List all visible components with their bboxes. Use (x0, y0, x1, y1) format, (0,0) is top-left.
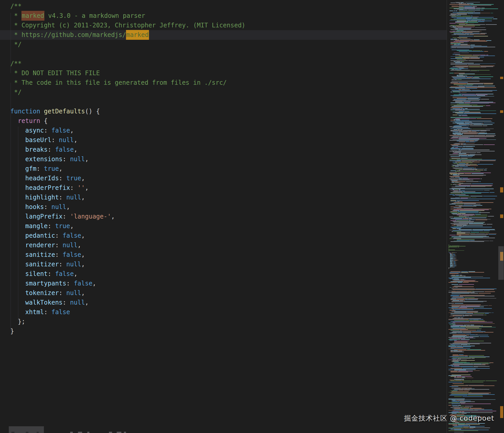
minimap-code-row (450, 172, 457, 173)
code-token: return (18, 117, 40, 125)
minimap-code-row (454, 144, 466, 144)
minimap-code-row (452, 45, 482, 46)
code-token: : (44, 308, 51, 316)
minimap-code-row (451, 70, 490, 71)
minimap-code-row (454, 19, 498, 19)
code-line[interactable]: async: false, (0, 126, 447, 135)
code-line[interactable]: * DO NOT EDIT THIS FILE (0, 68, 447, 78)
code-token: highlight (25, 194, 59, 201)
minimap-code-row (451, 326, 483, 326)
code-line[interactable] (0, 49, 447, 59)
minimap-code-row (453, 100, 480, 101)
minimap-code-row (448, 261, 456, 261)
code-line[interactable]: return { (0, 116, 447, 126)
code-line[interactable]: }; (0, 317, 447, 327)
code-line[interactable]: breaks: false, (0, 145, 447, 154)
minimap-code-row (457, 164, 494, 165)
scrollbar-slider[interactable] (498, 246, 504, 280)
minimap-code-row (459, 24, 475, 24)
minimap-code-row (448, 264, 456, 264)
minimap-code-row (452, 107, 481, 107)
code-line[interactable]: } (0, 327, 447, 336)
minimap-code-row (451, 14, 467, 15)
minimap-code-row (450, 272, 485, 273)
minimap-code-row (459, 170, 487, 170)
code-line[interactable]: renderer: null, (0, 241, 447, 250)
code-line[interactable]: extensions: null, (0, 154, 447, 164)
minimap-code-row (452, 297, 475, 298)
code-line[interactable]: * marked v4.3.0 - a markdown parser (0, 11, 447, 21)
code-line[interactable]: gfm: true, (0, 164, 447, 174)
search-result-ruler-marker (500, 406, 503, 418)
minimap-code-row (459, 89, 470, 90)
search-result-ruler-marker (500, 110, 503, 113)
minimap-code-row (451, 381, 497, 381)
minimap-code-row (454, 379, 464, 380)
minimap-code-row (450, 338, 466, 339)
code-line[interactable] (0, 97, 447, 107)
code-line[interactable]: baseUrl: null, (0, 135, 447, 145)
code-line[interactable]: hooks: null, (0, 202, 447, 212)
code-line[interactable]: */ (0, 88, 447, 97)
code-line[interactable]: * The code in this file is generated fro… (0, 78, 447, 88)
code-line[interactable]: walkTokens: null, (0, 298, 447, 307)
minimap-code-row (448, 403, 465, 404)
minimap-code-row (452, 301, 487, 301)
code-token: * https://github.com/markedjs/ (10, 31, 126, 38)
code-line[interactable]: sanitize: false, (0, 250, 447, 260)
code-line[interactable]: tokenizer: null, (0, 288, 447, 298)
code-line[interactable]: langPrefix: 'language-', (0, 212, 447, 221)
code-editor[interactable]: /** * marked v4.3.0 - a markdown parser … (0, 0, 447, 433)
code-line[interactable]: function getDefaults() { (0, 107, 447, 116)
code-token: extensions (25, 156, 63, 163)
minimap-code-row (448, 323, 456, 323)
minimap[interactable] (447, 0, 498, 433)
code-token: walkTokens (25, 299, 63, 306)
code-token (10, 213, 25, 220)
minimap-code-row (453, 230, 490, 231)
code-line[interactable]: smartypants: false, (0, 279, 447, 288)
code-line[interactable]: * https://github.com/markedjs/marked (0, 30, 447, 40)
code-token: /** (10, 3, 21, 10)
minimap-code-row (452, 332, 494, 333)
minimap-code-row (451, 328, 480, 328)
minimap-code-row (448, 346, 475, 346)
minimap-code-row (448, 382, 484, 382)
code-token: null (66, 194, 81, 201)
minimap-code-row (455, 21, 485, 22)
code-line[interactable]: pedantic: false, (0, 231, 447, 241)
minimap-code-row (451, 117, 482, 118)
minimap-code-row (450, 160, 496, 161)
code-line[interactable]: sanitizer: null, (0, 260, 447, 269)
code-line[interactable]: /** (0, 59, 447, 68)
minimap-code-row (450, 151, 495, 151)
minimap-code-row (450, 212, 482, 212)
code-token: getDefaults (44, 108, 85, 115)
minimap-code-row (453, 132, 477, 132)
code-line[interactable]: headerIds: true, (0, 174, 447, 183)
code-line[interactable]: silent: false, (0, 269, 447, 279)
code-token: false (55, 270, 74, 277)
minimap-code-row (454, 342, 468, 343)
code-line[interactable]: headerPrefix: '', (0, 183, 447, 193)
code-line[interactable]: mangle: true, (0, 221, 447, 231)
minimap-code-row (453, 406, 474, 406)
minimap-code-row (459, 206, 477, 206)
code-line[interactable]: highlight: null, (0, 193, 447, 202)
code-token: , (70, 222, 74, 230)
minimap-code-row (452, 336, 490, 337)
code-token: renderer (25, 242, 55, 249)
minimap-code-row (459, 215, 473, 216)
minimap-code-row (455, 62, 463, 63)
minimap-code-row (451, 351, 463, 351)
code-line[interactable]: /** (0, 2, 447, 11)
code-line[interactable]: * Copyright (c) 2011-2023, Christopher J… (0, 21, 447, 30)
minimap-code-row (451, 68, 465, 68)
cutoff-text-fragment (78, 432, 82, 433)
code-line[interactable]: */ (0, 40, 447, 49)
minimap-code-row (452, 166, 468, 167)
minimap-code-row (451, 220, 471, 221)
code-line[interactable]: xhtml: false (0, 307, 447, 317)
overview-ruler-scrollbar[interactable] (498, 0, 504, 433)
code-token: : (59, 175, 66, 182)
